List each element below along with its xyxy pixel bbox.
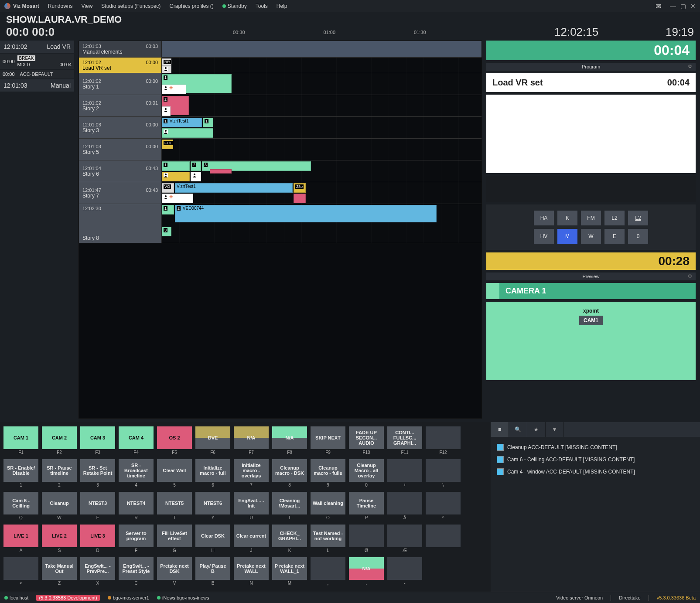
story-label[interactable]: 12:01:0200:01 Story 2	[79, 95, 162, 116]
shortcut-key[interactable]: SR - Pause timeline	[42, 459, 77, 482]
clip[interactable]: 3	[162, 227, 171, 236]
btn-k[interactable]: K	[557, 211, 577, 225]
shortcut-key[interactable]: SR - Broadcast timeline	[119, 459, 154, 482]
shortcut-key[interactable]: Cleanup macro - fulls	[311, 459, 345, 482]
window-maximize-icon[interactable]: ▢	[680, 3, 686, 10]
clip[interactable]	[191, 172, 201, 181]
shortcut-key[interactable]: Test Named - not working	[311, 525, 345, 547]
menu-graphics-profiles[interactable]: Graphics profiles ()	[169, 3, 213, 9]
menu-rundowns[interactable]: Rundowns	[48, 3, 73, 9]
btn-m[interactable]: M	[557, 229, 577, 244]
tab-list-icon[interactable]: ≡	[491, 422, 509, 437]
shortcut-key[interactable]: EngSwit... - PrevPre...	[80, 557, 115, 580]
clip[interactable]: 28o	[294, 183, 306, 193]
shortcut-key[interactable]	[426, 492, 461, 514]
clip[interactable]: 2	[191, 161, 201, 171]
shortcut-key[interactable]: Cleanup	[42, 492, 77, 514]
shortcut-key[interactable]: Cleanup macro - DSK	[272, 459, 307, 482]
shortcut-key[interactable]	[426, 459, 461, 482]
shortcut-key[interactable]	[387, 492, 422, 514]
window-close-icon[interactable]: ✕	[690, 3, 696, 10]
shortcut-key[interactable]	[387, 525, 422, 547]
shortcut-key[interactable]	[3, 557, 38, 580]
clip[interactable]: 1	[203, 118, 213, 127]
shortcut-key[interactable]: DVE	[195, 426, 230, 449]
shortcut-key[interactable]: CAM 2	[42, 426, 77, 449]
btn-hv[interactable]: HV	[534, 229, 554, 244]
clip[interactable]: 1	[162, 161, 190, 171]
clip[interactable]	[294, 194, 306, 203]
shortcut-key[interactable]	[387, 459, 422, 482]
shortcut-key[interactable]: CAM 3	[80, 426, 115, 449]
menu-standby[interactable]: Standby	[222, 3, 247, 9]
clip[interactable]: 2 VED00744	[175, 205, 437, 222]
clip[interactable]: 1	[162, 205, 174, 215]
clip[interactable]	[162, 106, 171, 116]
shortcut-key[interactable]: Cleaning \Mosart...	[272, 492, 307, 514]
shortcut-key[interactable]: N/A	[272, 426, 307, 449]
menu-view[interactable]: View	[82, 3, 93, 9]
shortcut-key[interactable]	[387, 557, 422, 580]
menu-tools[interactable]: Tools	[256, 3, 268, 9]
shortcut-key[interactable]: CAM 1	[3, 426, 38, 449]
timeline[interactable]: 12:01:0300:03 Manual elements 12:01:0200…	[79, 41, 482, 419]
shortcut-key[interactable]: Cleanup Macro - all overlay	[349, 459, 384, 482]
left-manual-row[interactable]: 12:01:03 Manual	[0, 79, 74, 92]
clip[interactable]	[162, 65, 171, 73]
shortcut-key[interactable]: Play/ Pause B	[195, 557, 230, 580]
clip[interactable]: FUL	[162, 140, 173, 149]
btn-l2-u[interactable]: L2	[628, 211, 648, 225]
shortcut-key[interactable]	[349, 525, 384, 547]
shortcut-key[interactable]	[311, 557, 345, 580]
shortcut-key[interactable]: OS 2	[157, 426, 192, 449]
shortcut-key[interactable]: Clear current	[234, 525, 269, 547]
shortcut-key[interactable]: CHECK_ GRAPHI...	[272, 525, 307, 547]
shortcut-key[interactable]: Wall cleaning	[311, 492, 345, 514]
clip[interactable]: ✚	[162, 194, 193, 203]
btn-l2[interactable]: L2	[604, 211, 625, 225]
clip[interactable]: 1 VizrtTest1	[162, 118, 202, 127]
shortcut-key[interactable]: Pretake next DSK	[157, 557, 192, 580]
shortcut-key[interactable]: SKIP NEXT	[311, 426, 345, 449]
shortcut-key[interactable]: Pause Timeline	[349, 492, 384, 514]
shortcut-key[interactable]: Clear DSK	[195, 525, 230, 547]
tab-search-icon[interactable]: 🔍	[509, 422, 527, 437]
clip[interactable]: VO	[162, 183, 174, 193]
clip[interactable]: ✚	[162, 85, 186, 94]
shortcut-key[interactable]: Pretake next WALL	[234, 557, 269, 580]
btn-w[interactable]: W	[581, 229, 601, 244]
shortcut-key[interactable]: Cam 6 - Ceilling	[3, 492, 38, 514]
shortcut-key[interactable]: EngSwit... - Init	[234, 492, 269, 514]
shortcut-key[interactable]: NTEST5	[157, 492, 192, 514]
shortcut-key[interactable]: LIVE 3	[80, 525, 115, 547]
shortcut-key[interactable]: LIVE 1	[3, 525, 38, 547]
menu-help[interactable]: Help	[277, 3, 287, 9]
tab-filter-icon[interactable]: ▼	[546, 422, 564, 437]
story-label[interactable]: 12:01:4700:43 Story 7	[79, 182, 162, 204]
asset-list-item[interactable]: Cam 4 - window ACC-DEFAULT [MISSING CONT…	[495, 466, 696, 478]
xpoint-value[interactable]: CAM1	[579, 316, 603, 325]
story-label[interactable]: 12:01:0400:43 Story 6	[79, 160, 162, 182]
menu-studio-setups[interactable]: Studio setups (Funcspec)	[101, 3, 160, 9]
gear-icon[interactable]: ⚙	[688, 64, 692, 69]
clip[interactable]	[210, 169, 232, 174]
story-label[interactable]: 12:01:0200:00 Story 1	[79, 73, 162, 95]
shortcut-key[interactable]: Server to program	[119, 525, 154, 547]
story-label[interactable]: 12:01:0300:00 Story 3	[79, 117, 162, 138]
shortcut-key[interactable]: CONTI... FULLSC... GRAPHI...	[387, 426, 422, 449]
shortcut-key[interactable]: SR - Set Retake Point	[80, 459, 115, 482]
shortcut-key[interactable]: Initialize macro - full	[195, 459, 230, 482]
btn-e[interactable]: E	[604, 229, 625, 244]
shortcut-key[interactable]	[426, 525, 461, 547]
asset-list-item[interactable]: Cleanup ACC-DEFAULT [MISSING CONTENT]	[495, 441, 696, 453]
shortcut-key[interactable]: EngSwit... - Preset Style	[119, 557, 154, 580]
shortcut-key[interactable]: N/A	[349, 557, 384, 580]
shortcut-key[interactable]: Take Manual Out	[42, 557, 77, 580]
clip[interactable]	[162, 128, 213, 138]
shortcut-key[interactable]: NTEST6	[195, 492, 230, 514]
shortcut-key[interactable]: CAM 4	[119, 426, 154, 449]
story-label[interactable]: 12:01:0300:00 Story 5	[79, 139, 162, 160]
shortcut-key[interactable]	[426, 426, 461, 449]
shortcut-key[interactable]: P retake next WALL_1	[272, 557, 307, 580]
shortcut-key[interactable]: NTEST4	[119, 492, 154, 514]
